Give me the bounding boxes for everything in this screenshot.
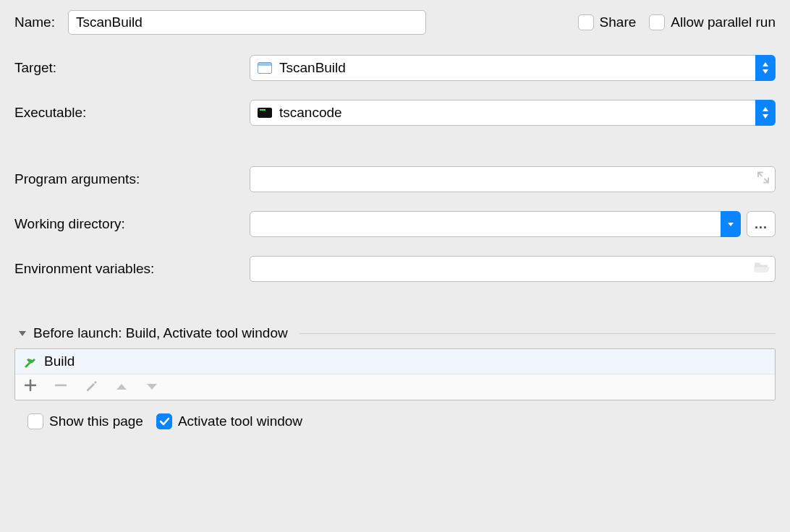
program-arguments-label: Program arguments: bbox=[14, 171, 235, 187]
env-vars-input[interactable] bbox=[250, 256, 776, 282]
move-down-button[interactable] bbox=[145, 379, 158, 395]
working-directory-dropdown-button[interactable] bbox=[721, 211, 741, 237]
show-this-page-checkbox[interactable]: Show this page bbox=[27, 413, 143, 429]
target-label: Target: bbox=[14, 60, 235, 76]
task-row[interactable]: Build bbox=[15, 349, 775, 374]
executable-value: tscancode bbox=[279, 105, 342, 121]
activate-tool-window-label: Activate tool window bbox=[178, 413, 302, 429]
terminal-icon bbox=[258, 108, 272, 118]
expand-icon[interactable] bbox=[757, 171, 770, 188]
disclosure-triangle-icon bbox=[17, 328, 27, 338]
program-arguments-input[interactable] bbox=[250, 166, 776, 192]
folder-open-icon[interactable] bbox=[754, 261, 770, 278]
allow-parallel-checkbox[interactable]: Allow parallel run bbox=[649, 14, 776, 30]
name-input[interactable] bbox=[68, 10, 426, 35]
before-launch-section-header[interactable]: Before launch: Build, Activate tool wind… bbox=[14, 325, 776, 341]
target-value: TscanBuild bbox=[279, 60, 346, 76]
env-vars-label: Environment variables: bbox=[14, 261, 235, 277]
task-toolbar bbox=[15, 374, 775, 400]
target-dropdown-button[interactable] bbox=[755, 55, 776, 81]
executable-dropdown[interactable]: tscancode bbox=[250, 100, 776, 126]
remove-task-button[interactable] bbox=[54, 379, 67, 395]
before-launch-task-list[interactable]: Build bbox=[14, 348, 776, 400]
check-icon bbox=[158, 416, 170, 427]
share-checkbox[interactable]: Share bbox=[578, 14, 637, 30]
add-task-button[interactable] bbox=[24, 379, 37, 395]
up-down-arrows-icon bbox=[760, 106, 770, 120]
working-directory-dropdown[interactable] bbox=[250, 211, 741, 237]
show-this-page-label: Show this page bbox=[49, 413, 143, 429]
move-up-button[interactable] bbox=[115, 379, 128, 395]
chevron-down-icon bbox=[726, 219, 736, 229]
before-launch-title: Before launch: Build, Activate tool wind… bbox=[33, 325, 288, 341]
hammer-icon bbox=[22, 354, 37, 369]
executable-dropdown-button[interactable] bbox=[755, 100, 776, 126]
allow-parallel-label: Allow parallel run bbox=[671, 14, 776, 30]
separator bbox=[300, 333, 776, 334]
name-label: Name: bbox=[14, 14, 55, 30]
share-label: Share bbox=[600, 14, 637, 30]
up-down-arrows-icon bbox=[760, 61, 770, 75]
activate-tool-window-checkbox[interactable]: Activate tool window bbox=[156, 413, 302, 429]
edit-task-button[interactable] bbox=[85, 379, 98, 395]
browse-button[interactable]: ... bbox=[747, 211, 776, 237]
executable-label: Executable: bbox=[14, 105, 235, 121]
target-dropdown[interactable]: TscanBuild bbox=[250, 55, 776, 81]
task-label: Build bbox=[44, 353, 75, 369]
working-directory-label: Working directory: bbox=[14, 216, 235, 232]
target-icon bbox=[258, 62, 272, 74]
